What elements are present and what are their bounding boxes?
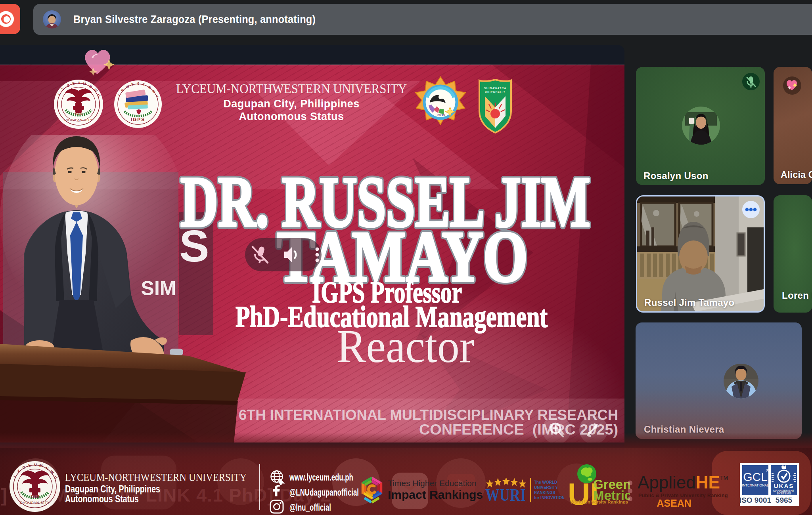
svg-text:1969: 1969 xyxy=(31,494,40,499)
svg-text:UKAS: UKAS xyxy=(774,483,794,489)
svg-text:IGPS: IGPS xyxy=(131,117,146,122)
svg-text:ISO 9001: ISO 9001 xyxy=(740,496,772,504)
svg-text:LYCEUM-NORTHWESTERN UNIVERSITY: LYCEUM-NORTHWESTERN UNIVERSITY xyxy=(65,471,247,483)
svg-text:M: M xyxy=(39,463,43,468)
svg-text:GCL: GCL xyxy=(743,470,768,483)
svg-text:DAGUPAN CITY: DAGUPAN CITY xyxy=(64,118,92,122)
svg-text:SYSTEMS: SYSTEMS xyxy=(777,492,791,495)
svg-text:LYCEUM-NORTHWESTERN UNIVERSITY: LYCEUM-NORTHWESTERN UNIVERSITY xyxy=(176,81,407,96)
svg-text:The WORLD: The WORLD xyxy=(534,480,557,484)
svg-text:for INNOVATION: for INNOVATION xyxy=(534,496,564,500)
svg-text:2019: 2019 xyxy=(437,113,445,117)
svg-text:INTERNATIONAL: INTERNATIONAL xyxy=(742,483,769,487)
svg-text:WURI: WURI xyxy=(485,485,526,505)
svg-text:S: S xyxy=(137,82,140,86)
svg-text:Autonomous Status: Autonomous Status xyxy=(65,493,139,504)
svg-text:SHINAWATRA: SHINAWATRA xyxy=(484,87,507,90)
svg-text:UNIVERSITY: UNIVERSITY xyxy=(485,90,506,93)
svg-text:1969: 1969 xyxy=(75,112,82,116)
svg-text:Dagupan City, Philippines: Dagupan City, Philippines xyxy=(65,483,160,494)
svg-text:DAGUPAN CITY: DAGUPAN CITY xyxy=(20,501,50,505)
svg-text:5965: 5965 xyxy=(776,496,793,504)
svg-text:UNIVERSITY: UNIVERSITY xyxy=(534,485,558,490)
svg-text:Reactor: Reactor xyxy=(337,320,474,372)
svg-text:M: M xyxy=(83,82,86,86)
svg-text:®: ® xyxy=(766,469,769,473)
svg-text:RANKINGS: RANKINGS xyxy=(534,490,555,495)
svg-text:U: U xyxy=(78,81,80,85)
svg-text:U: U xyxy=(34,462,37,467)
